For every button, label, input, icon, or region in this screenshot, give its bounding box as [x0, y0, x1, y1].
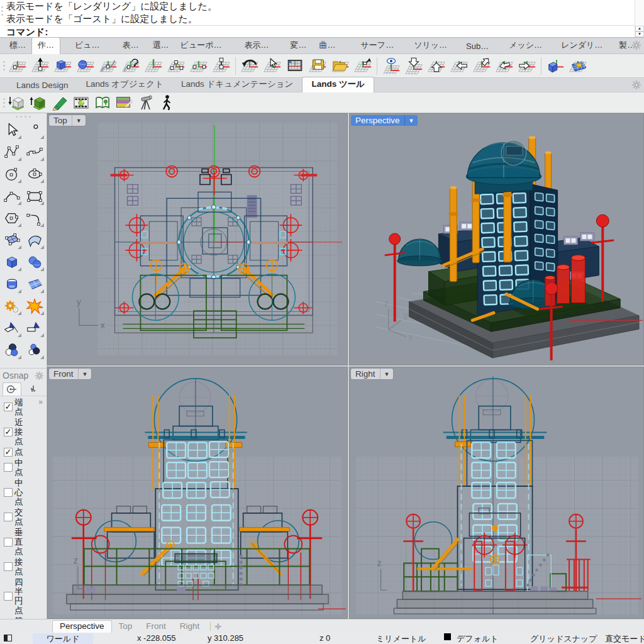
tab-lands-design[interactable]: Lands Design — [8, 79, 77, 92]
tab-visibility[interactable]: 表示… — [239, 38, 275, 53]
front-viewport-canvas[interactable]: z — [48, 367, 347, 618]
cplane-to-sphere-button[interactable] — [74, 56, 97, 76]
command-prompt-input[interactable]: コマンド: — [4, 25, 635, 38]
move-cplane-back-button[interactable] — [493, 56, 516, 76]
checkbox[interactable] — [4, 592, 13, 601]
status-pane-icon[interactable] — [4, 635, 12, 641]
tool-point-button[interactable] — [24, 119, 45, 140]
undo-cplane-button[interactable] — [238, 56, 261, 76]
osnap-item-quadrant[interactable]: 四半円点 — [4, 577, 47, 615]
lands-tab-gear-icon[interactable] — [631, 80, 641, 90]
perspective-viewport[interactable]: z y x Perspective▼ — [349, 113, 644, 365]
walk-mode-button[interactable] — [156, 94, 177, 112]
cplane-3point-button[interactable] — [165, 56, 187, 76]
command-spinner-up-icon[interactable]: ▲ — [635, 26, 644, 31]
command-area-grip[interactable] — [0, 0, 4, 37]
tool-polygon-button[interactable] — [1, 208, 23, 228]
tab-subd[interactable]: Sub… — [460, 40, 494, 53]
current-layer-button[interactable]: デフォルト — [457, 633, 499, 644]
tool-split-button[interactable] — [24, 318, 45, 338]
tool-curve-button[interactable] — [24, 142, 45, 162]
tab-standard[interactable]: 標… — [4, 38, 31, 53]
front-viewport-title[interactable]: Front▼ — [49, 369, 91, 379]
top-viewport-canvas[interactable]: y x — [48, 114, 347, 365]
tab-solid[interactable]: ソリッ… — [408, 38, 453, 53]
checkbox[interactable] — [4, 488, 13, 497]
cplane-world-button[interactable] — [6, 56, 29, 76]
tab-create[interactable]: 作… — [31, 37, 60, 54]
command-scrollbar[interactable]: ▲ ▼ — [635, 0, 644, 37]
tab-lands-documentation[interactable]: Lands ドキュメンテーション — [172, 77, 302, 92]
osnap-item-point[interactable]: ✓点 — [4, 447, 47, 457]
tab-lands-tools[interactable]: Lands ツール — [302, 77, 374, 92]
checkbox[interactable] — [4, 513, 13, 521]
osnap-item-tangent[interactable]: 接点 — [4, 557, 47, 576]
checkbox[interactable] — [4, 538, 13, 547]
osnap-item-intersection[interactable]: 交点 — [4, 508, 47, 526]
tool-polyline-button[interactable] — [1, 142, 23, 162]
osnap-item-center[interactable]: 中心点 — [4, 478, 47, 506]
cplane-elevation-button[interactable] — [210, 56, 233, 76]
save-cplane-button[interactable] — [306, 56, 329, 76]
right-viewport[interactable]: z Right▼ — [349, 367, 644, 619]
command-spinner-down-icon[interactable]: ▼ — [635, 31, 644, 37]
toolbar-grip[interactable] — [1, 54, 6, 77]
top-viewport[interactable]: y x Top▼ — [47, 113, 348, 365]
osnap-tab-filter[interactable] — [23, 382, 42, 396]
add-viewport-icon[interactable]: ✚ — [214, 622, 221, 633]
tab-viewport[interactable]: ビューポ… — [175, 38, 228, 53]
move-cplane-ne-button[interactable] — [470, 56, 493, 76]
checkbox[interactable]: ✓ — [4, 402, 13, 411]
viewport-tab-right[interactable]: Right — [173, 621, 207, 633]
camera-button[interactable] — [135, 94, 156, 112]
perspective-viewport-title[interactable]: Perspective▼ — [351, 115, 418, 126]
tool-boolean-union-button[interactable] — [1, 340, 23, 360]
tool-sphere-button[interactable] — [24, 252, 45, 272]
export-cplane-button[interactable] — [352, 56, 374, 76]
osnap-gear-icon[interactable] — [35, 371, 44, 380]
tool-select-button[interactable] — [1, 119, 23, 140]
osnap-tab-snaps[interactable] — [3, 382, 21, 396]
tool-arc-button[interactable] — [1, 186, 23, 206]
top-viewport-title[interactable]: Top▼ — [49, 115, 86, 126]
edit-object-button[interactable] — [49, 94, 70, 112]
cplane-to-curve-button[interactable] — [97, 56, 119, 76]
tool-trim-button[interactable] — [1, 318, 23, 338]
checkbox[interactable]: ✓ — [4, 428, 13, 436]
tool-curved-surface-button[interactable] — [24, 230, 45, 250]
tool-box-button[interactable] — [1, 252, 23, 272]
osnap-item-perpendicular[interactable]: 垂直点 — [4, 528, 47, 556]
grid-settings-button[interactable] — [284, 56, 306, 76]
move-cplane-up-button[interactable] — [425, 56, 448, 76]
osnap-item-mid[interactable]: 中点 — [4, 458, 47, 477]
tool-boolean-difference-button[interactable] — [24, 340, 45, 360]
animation-button[interactable] — [70, 94, 92, 112]
cplane-2point-button[interactable] — [187, 56, 210, 76]
cplane-view-button[interactable] — [380, 56, 402, 76]
osnap-item-near[interactable]: ✓近接点 — [4, 418, 47, 446]
tool-explode-button[interactable] — [24, 296, 45, 316]
right-viewport-canvas[interactable]: z — [350, 367, 643, 618]
lower-object-button[interactable] — [6, 94, 28, 112]
move-cplane-left-button[interactable] — [448, 56, 470, 76]
ortho-toggle[interactable]: 直交モード — [605, 633, 644, 644]
tool-gear-button[interactable] — [1, 296, 23, 316]
tab-v8[interactable]: V8… — [641, 40, 644, 53]
cplane-z-axis-button[interactable] — [29, 56, 52, 76]
grid-snap-toggle[interactable]: グリッドスナップ — [530, 633, 597, 644]
cplane-to-object-button[interactable] — [52, 56, 74, 76]
cplane-to-box-button[interactable] — [544, 56, 567, 76]
viewport-tab-front[interactable]: Front — [139, 621, 173, 633]
tab-bar-gear-icon[interactable] — [631, 40, 641, 50]
move-cplane-down-button[interactable] — [402, 56, 425, 76]
viewport-tab-top[interactable]: Top — [112, 621, 140, 633]
checkbox[interactable]: ✓ — [4, 448, 13, 457]
cplane-button[interactable]: ワールド — [33, 633, 93, 644]
cplane-vertical-button[interactable] — [142, 56, 165, 76]
checkbox[interactable] — [4, 463, 13, 472]
osnap-expand-chevron[interactable]: » — [38, 397, 43, 406]
tool-cylinder-button[interactable] — [1, 274, 23, 294]
tab-render[interactable]: レンダリ… — [555, 38, 608, 53]
perspective-viewport-canvas[interactable]: z y x — [350, 114, 643, 365]
tab-transform[interactable]: 変… — [285, 38, 313, 53]
